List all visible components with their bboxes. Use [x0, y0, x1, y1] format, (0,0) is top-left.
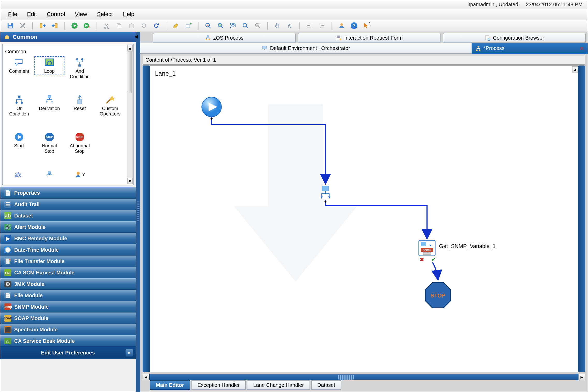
- snmp-node[interactable]: SNMP ✖ ✔: [419, 240, 436, 262]
- help-icon[interactable]: ?: [350, 21, 358, 30]
- pan-icon[interactable]: [273, 21, 282, 30]
- zoom-out-icon[interactable]: [204, 21, 212, 30]
- env-right-tab[interactable]: *Process ✕: [472, 43, 588, 54]
- pointer-help-icon[interactable]: ?: [362, 21, 371, 30]
- svg-rect-51: [78, 64, 81, 67]
- scroll-grip[interactable]: [338, 375, 354, 380]
- btab-main-editor[interactable]: Main Editor: [150, 380, 190, 390]
- acc-file-transfer[interactable]: 📑File Transfer Module: [0, 256, 136, 267]
- scroll-left-icon[interactable]: ◂: [143, 374, 149, 380]
- align-left-icon[interactable]: [305, 21, 314, 30]
- svg-point-50: [81, 58, 83, 60]
- start-node[interactable]: [202, 97, 221, 120]
- palette-scrollbar[interactable]: ▴ ▾: [127, 45, 133, 184]
- svg-point-68: [77, 172, 80, 175]
- prefs-bar[interactable]: Edit User Preferences »: [0, 347, 136, 359]
- save-icon[interactable]: [6, 21, 15, 30]
- chevron-right-icon[interactable]: »: [125, 349, 133, 357]
- acc-jmx[interactable]: ⚙JMX Module: [0, 278, 136, 290]
- tab-config-browser[interactable]: Configuration Browser: [443, 33, 586, 43]
- tab-interaction-request[interactable]: Interaction Request Form: [298, 33, 441, 43]
- btab-lane-change-handler[interactable]: Lane Change Handler: [247, 380, 310, 390]
- menu-control[interactable]: Control: [47, 11, 65, 18]
- stop-node[interactable]: STOP: [425, 283, 451, 308]
- acc-dataset[interactable]: abDataset: [0, 210, 136, 221]
- op-custom[interactable]: Custom Operators: [96, 95, 124, 117]
- zoom-in-icon[interactable]: [216, 21, 225, 30]
- op-derivation[interactable]: Derivation: [35, 95, 63, 111]
- op-normal-stop[interactable]: STOP Normal Stop: [35, 132, 63, 154]
- run-icon[interactable]: [70, 21, 79, 30]
- acc-spectrum[interactable]: ⬛Spectrum Module: [0, 324, 136, 335]
- branch-icon: [44, 169, 55, 179]
- svg-rect-55: [48, 96, 51, 98]
- checkin-icon[interactable]: [38, 21, 47, 30]
- h-scroll[interactable]: ◂ ▸: [143, 374, 585, 380]
- menu-view[interactable]: View: [75, 11, 87, 18]
- scroll-track[interactable]: [149, 374, 578, 380]
- grab-icon[interactable]: [285, 21, 294, 30]
- btab-exception-handler[interactable]: Exception Handler: [192, 380, 246, 390]
- scroll-down-icon[interactable]: ▾: [127, 178, 133, 184]
- paste-icon[interactable]: [127, 21, 136, 30]
- delete-icon[interactable]: [18, 21, 27, 30]
- acc-ca-scm-harvest[interactable]: caCA SCM Harvest Module: [0, 267, 136, 278]
- op-reset[interactable]: Reset: [66, 95, 94, 111]
- checkout-icon[interactable]: [50, 21, 59, 30]
- op-branch[interactable]: [35, 169, 63, 179]
- acc-ca-service-desk[interactable]: ⌂CA Service Desk Module: [0, 335, 136, 347]
- acc-alert-module[interactable]: 🔊Alert Module: [0, 221, 136, 233]
- op-loop[interactable]: Loop: [35, 57, 63, 74]
- splitter-grip[interactable]: [137, 201, 139, 222]
- collapse-left-icon[interactable]: ◂: [134, 32, 138, 40]
- menu-select[interactable]: Select: [97, 11, 113, 18]
- btab-dataset[interactable]: Dataset: [311, 380, 341, 390]
- acc-snmp[interactable]: snmpSNMP Module: [0, 301, 136, 313]
- redo-icon[interactable]: [139, 21, 148, 30]
- zoom-area-icon[interactable]: [253, 21, 262, 30]
- scroll-up-icon[interactable]: ▴: [127, 45, 133, 51]
- menu-file[interactable]: File: [8, 11, 17, 18]
- acc-file-module[interactable]: 📄File Module: [0, 290, 136, 301]
- splitter[interactable]: ◂: [136, 32, 140, 392]
- edit-icon[interactable]: [172, 21, 180, 30]
- left-panel-header[interactable]: Common: [0, 32, 136, 42]
- acc-soap[interactable]: SOAPSOAP Module: [0, 313, 136, 324]
- zoom-fit-icon[interactable]: [229, 21, 237, 30]
- copy-icon[interactable]: [115, 21, 123, 30]
- accordion: 📄Properties ☰Audit Trail abDataset 🔊Aler…: [0, 187, 136, 347]
- acc-date-time[interactable]: 🕒Date-Time Module: [0, 244, 136, 256]
- zoom-reset-icon[interactable]: [241, 21, 250, 30]
- env-left[interactable]: Default Environment : Orchestrator: [140, 43, 472, 54]
- scroll-right-icon[interactable]: ▸: [578, 374, 585, 380]
- svg-text:?: ?: [352, 23, 355, 28]
- user-icon[interactable]: [337, 21, 346, 30]
- tab-zos-process[interactable]: zOS Process: [153, 33, 296, 43]
- canvas-scroll-up-icon[interactable]: ▴: [572, 66, 578, 72]
- align-right-icon[interactable]: [318, 21, 326, 30]
- undo-icon[interactable]: [152, 21, 161, 30]
- op-or-condition[interactable]: Or Condition: [5, 95, 33, 117]
- svg-text:✖: ✖: [420, 257, 424, 262]
- run-stop-icon[interactable]: [83, 21, 91, 30]
- menu-help[interactable]: Help: [123, 11, 134, 18]
- alert-icon: 🔊: [4, 224, 11, 230]
- snmp-node-label: Get_SNMP_Variable_1: [439, 243, 496, 249]
- close-icon[interactable]: ✕: [580, 45, 584, 52]
- canvas[interactable]: Lane_1: [150, 66, 578, 372]
- op-user-question[interactable]: ?: [66, 169, 94, 179]
- op-start[interactable]: Start: [5, 132, 33, 149]
- acc-bmc-remedy[interactable]: ▶BMC Remedy Module: [0, 233, 136, 244]
- menu-edit[interactable]: Edit: [27, 11, 37, 18]
- op-abnormal-stop[interactable]: STOP Abnormal Stop: [66, 132, 94, 154]
- op-fx[interactable]: xfy: [5, 169, 33, 179]
- op-comment[interactable]: Comment: [5, 57, 33, 74]
- abnormal-stop-icon: STOP: [75, 132, 85, 142]
- svg-marker-56: [46, 101, 48, 103]
- acc-properties[interactable]: 📄Properties: [0, 187, 136, 199]
- acc-audit-trail[interactable]: ☰Audit Trail: [0, 199, 136, 210]
- scroll-thumb[interactable]: [128, 52, 132, 93]
- cut-icon[interactable]: [102, 21, 111, 30]
- op-and-condition[interactable]: And Condition: [66, 57, 94, 79]
- new-element-icon[interactable]: +: [184, 21, 193, 30]
